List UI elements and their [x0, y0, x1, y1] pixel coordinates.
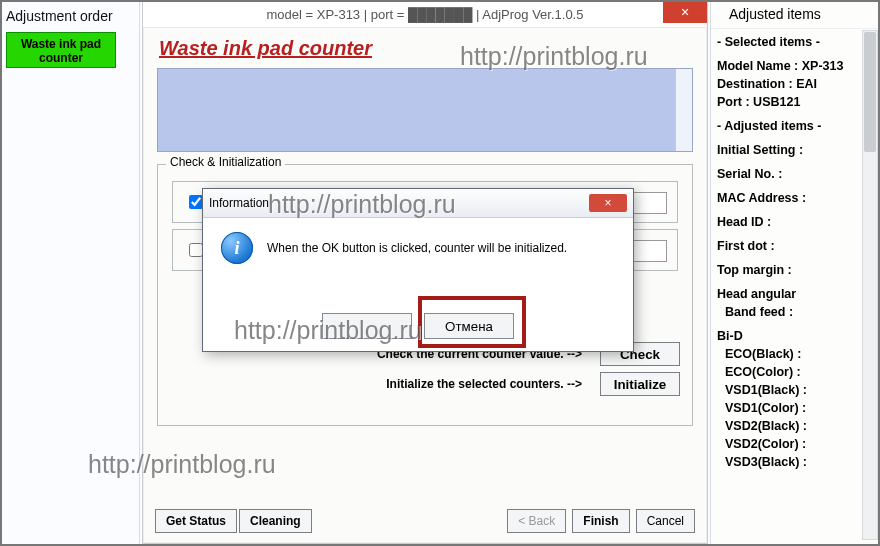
get-status-button[interactable]: Get Status	[155, 509, 237, 533]
adjusted-item-line: Port : USB121	[717, 93, 862, 111]
adjusted-item-line: Initial Setting :	[717, 141, 862, 159]
adjusted-item-line: VSD2(Color) :	[717, 435, 862, 453]
finish-button[interactable]: Finish	[572, 509, 629, 533]
adjusted-item-line: VSD1(Black) :	[717, 381, 862, 399]
right-scrollbar-thumb[interactable]	[864, 32, 876, 152]
adjusted-item-line: Top margin :	[717, 261, 862, 279]
adjustment-order-title: Adjustment order	[6, 4, 133, 32]
log-output-textarea[interactable]	[157, 68, 693, 152]
textarea-scrollbar[interactable]	[675, 69, 692, 151]
adjusted-items-list: - Selected items -Model Name : XP-313Des…	[711, 29, 880, 475]
page-heading: Waste ink pad counter	[159, 37, 693, 60]
cancel-button[interactable]: Cancel	[636, 509, 695, 533]
waste-ink-pad-counter-button[interactable]: Waste ink pad counter	[6, 32, 116, 68]
dialog-title: Information	[209, 196, 269, 210]
adjusted-item-line: Band feed :	[717, 303, 862, 321]
information-dialog: Information × i When the OK button is cl…	[202, 188, 634, 352]
bottom-button-bar: Get Status Cleaning < Back Finish Cancel	[155, 507, 695, 535]
adjusted-item-line: First dot :	[717, 237, 862, 255]
dialog-titlebar[interactable]: Information ×	[203, 189, 633, 218]
initialize-button[interactable]: Initialize	[600, 372, 680, 396]
back-button[interactable]: < Back	[507, 509, 566, 533]
left-panel: Adjustment order Waste ink pad counter	[0, 0, 140, 546]
window-title: model = XP-313 | port = ███████ | AdjPro…	[267, 7, 584, 22]
window-titlebar[interactable]: model = XP-313 | port = ███████ | AdjPro…	[143, 1, 707, 28]
adjusted-item-line: VSD1(Color) :	[717, 399, 862, 417]
adjusted-item-line: Destination : EAI	[717, 75, 862, 93]
right-panel: Adjusted items - Selected items -Model N…	[710, 0, 880, 546]
adjusted-item-line: Head ID :	[717, 213, 862, 231]
info-icon: i	[221, 232, 253, 264]
platen-pad-checkbox[interactable]	[189, 243, 203, 257]
dialog-message: When the OK button is clicked, counter w…	[267, 241, 567, 255]
adjusted-item-line: Model Name : XP-313	[717, 57, 862, 75]
adjusted-item-line: Bi-D	[717, 327, 862, 345]
adjusted-item-line: VSD3(Black) :	[717, 453, 862, 471]
adjusted-item-line: - Adjusted items -	[717, 117, 862, 135]
adjusted-item-line: ECO(Color) :	[717, 363, 862, 381]
adjusted-item-line: Serial No. :	[717, 165, 862, 183]
adjusted-item-line: MAC Address :	[717, 189, 862, 207]
group-legend: Check & Initialization	[166, 155, 285, 169]
adjusted-item-line: ECO(Black) :	[717, 345, 862, 363]
adjusted-item-line: VSD2(Black) :	[717, 417, 862, 435]
adjusted-item-line: Head angular	[717, 285, 862, 303]
main-pad-checkbox[interactable]	[189, 195, 203, 209]
cleaning-button[interactable]: Cleaning	[239, 509, 312, 533]
dialog-ok-button[interactable]: OK	[322, 313, 412, 339]
dialog-close-button[interactable]: ×	[589, 194, 627, 212]
dialog-cancel-button[interactable]: Отмена	[424, 313, 514, 339]
right-scrollbar[interactable]	[862, 30, 878, 540]
initialize-hint-text: Initialize the selected counters. -->	[386, 377, 594, 391]
window-close-button[interactable]: ×	[663, 1, 707, 23]
adjusted-item-line: - Selected items -	[717, 33, 862, 51]
adjusted-items-title: Adjusted items	[711, 0, 880, 29]
